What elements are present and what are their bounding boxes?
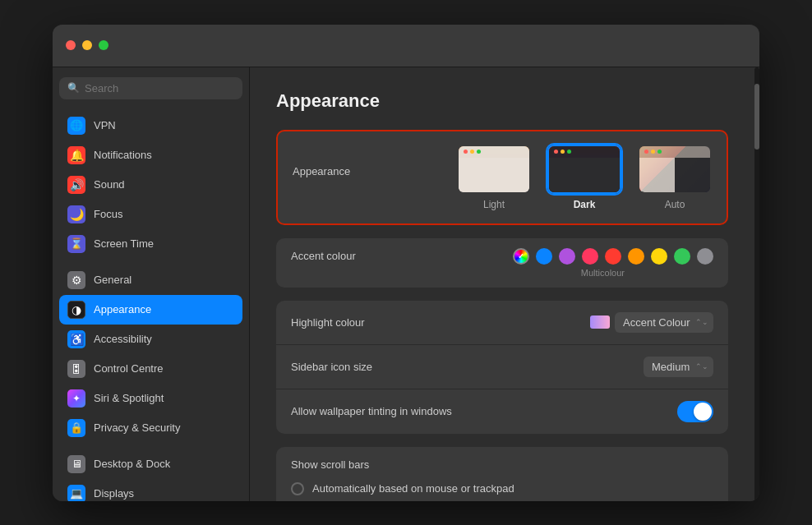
accent-blue[interactable] — [536, 248, 552, 265]
wallpaper-tinting-toggle[interactable] — [677, 401, 713, 422]
light-content-area — [459, 158, 529, 192]
accent-colour-section: Accent colour ✓ — [276, 238, 728, 288]
dot3 — [477, 150, 481, 154]
sidebar-item-desktop-dock[interactable]: 🖥 Desktop & Dock — [59, 449, 242, 479]
thumb-bar-light — [459, 146, 529, 158]
titlebar — [53, 25, 759, 67]
auto-theme-thumb — [638, 145, 712, 194]
appearance-options: Light — [457, 145, 712, 210]
search-input[interactable] — [85, 82, 234, 94]
highlight-colour-select-wrapper[interactable]: Accent Colour — [615, 312, 713, 333]
sound-icon: 🔊 — [67, 176, 85, 194]
highlight-swatch — [590, 315, 610, 329]
highlight-colour-label: Highlight colour — [291, 316, 590, 329]
main-window: 🔍 🌐 VPN 🔔 Notifications 🔊 Sound 🌙 — [53, 25, 759, 501]
sidebar-icon-size-row: Sidebar icon size Medium — [276, 345, 728, 389]
focus-icon: 🌙 — [67, 205, 85, 223]
sidebar-item-focus[interactable]: 🌙 Focus — [59, 200, 242, 229]
dot2 — [561, 150, 565, 154]
sidebar-item-label: Displays — [94, 487, 134, 500]
show-scroll-bars-title: Show scroll bars — [276, 447, 728, 471]
sidebar-icon-size-label: Sidebar icon size — [291, 361, 644, 373]
wallpaper-tinting-control — [677, 401, 713, 422]
sidebar-item-label: Desktop & Dock — [94, 458, 170, 470]
sidebar-item-label: VPN — [94, 119, 116, 131]
dot2 — [651, 150, 655, 154]
scroll-bars-auto-radio[interactable] — [291, 482, 304, 495]
sidebar-item-vpn[interactable]: 🌐 VPN — [59, 111, 242, 140]
scrollbar[interactable] — [754, 67, 759, 501]
accent-multicolor[interactable]: ✓ — [513, 248, 529, 265]
appearance-section-label: Appearance — [293, 165, 457, 177]
accent-green[interactable] — [674, 248, 690, 265]
search-bar[interactable]: 🔍 — [59, 77, 242, 99]
accent-pink[interactable] — [582, 248, 598, 265]
dot1 — [464, 150, 468, 154]
appearance-icon: ◑ — [67, 301, 85, 319]
accent-red[interactable] — [605, 248, 621, 265]
close-button[interactable] — [66, 40, 76, 50]
sidebar-item-control-centre[interactable]: 🎛 Control Centre — [59, 354, 242, 384]
dark-thumb-inner — [549, 146, 620, 192]
page-title: Appearance — [276, 90, 728, 112]
sidebar-item-label: General — [94, 274, 131, 286]
accent-orange[interactable] — [628, 248, 644, 265]
sidebar-item-displays[interactable]: 💻 Displays — [59, 479, 242, 501]
sidebar-item-general[interactable]: ⚙ General — [59, 265, 242, 295]
sidebar-item-privacy[interactable]: 🔒 Privacy & Security — [59, 413, 242, 443]
search-icon: 🔍 — [67, 82, 80, 94]
highlight-colour-select[interactable]: Accent Colour — [615, 312, 713, 333]
control-centre-icon: 🎛 — [67, 360, 85, 378]
sidebar-item-screen-time[interactable]: ⌛ Screen Time — [59, 229, 242, 259]
accent-purple[interactable] — [559, 248, 575, 265]
general-icon: ⚙ — [67, 271, 85, 289]
sidebar-item-notifications[interactable]: 🔔 Notifications — [59, 140, 242, 170]
appearance-option-auto[interactable]: Auto — [638, 145, 712, 210]
dot1 — [644, 150, 648, 154]
notifications-icon: 🔔 — [67, 146, 85, 164]
appearance-item-wrapper: ➤ ◑ Appearance — [59, 295, 242, 325]
dark-label: Dark — [574, 199, 596, 210]
dot3 — [657, 150, 662, 154]
thumb-bar-dark — [549, 146, 620, 158]
accent-yellow[interactable] — [651, 248, 667, 265]
minimize-button[interactable] — [82, 40, 92, 50]
appearance-option-light[interactable]: Light — [457, 145, 531, 210]
scroll-bars-auto-label: Automatically based on mouse or trackpad — [312, 482, 514, 495]
sidebar-item-label: Notifications — [94, 149, 152, 161]
appearance-selector-section: Appearance — [276, 130, 728, 225]
sidebar-item-label: Screen Time — [94, 237, 154, 250]
accent-graphite[interactable] — [697, 248, 713, 265]
screen-time-icon: ⌛ — [67, 235, 85, 253]
accent-colour-label: Accent colour — [291, 250, 513, 262]
highlight-colour-control: Accent Colour — [590, 312, 713, 333]
sidebar-item-siri[interactable]: ✦ Siri & Spotlight — [59, 384, 242, 413]
dark-theme-thumb — [547, 145, 621, 194]
sidebar-icon-size-select-wrapper[interactable]: Medium — [644, 357, 713, 377]
sidebar-icon-size-select[interactable]: Medium — [644, 357, 713, 377]
vpn-icon: 🌐 — [67, 117, 85, 135]
maximize-button[interactable] — [99, 40, 108, 50]
dark-content-area — [549, 158, 620, 192]
appearance-option-dark[interactable]: Dark — [547, 145, 621, 210]
checkmark: ✓ — [518, 252, 524, 260]
sidebar-item-sound[interactable]: 🔊 Sound — [59, 170, 242, 200]
wallpaper-tinting-row: Allow wallpaper tinting in windows — [276, 389, 728, 434]
main-content: Appearance Appearance — [250, 67, 754, 501]
dot2 — [470, 150, 474, 154]
siri-icon: ✦ — [67, 389, 85, 408]
scroll-bars-auto-option[interactable]: Automatically based on mouse or trackpad — [291, 482, 713, 495]
sidebar-item-label: Sound — [94, 178, 125, 191]
scrollbar-thumb[interactable] — [754, 84, 759, 150]
sidebar-item-label: Control Centre — [94, 362, 164, 375]
sidebar-item-accessibility[interactable]: ♿ Accessibility — [59, 325, 242, 354]
accent-colour-dots: ✓ — [513, 248, 713, 265]
light-label: Light — [483, 199, 505, 210]
dot1 — [554, 150, 558, 154]
content-area: 🔍 🌐 VPN 🔔 Notifications 🔊 Sound 🌙 — [53, 67, 759, 501]
sidebar-item-appearance[interactable]: ◑ Appearance — [59, 295, 242, 325]
wallpaper-tinting-label: Allow wallpaper tinting in windows — [291, 405, 677, 417]
scroll-bars-radio-group: Automatically based on mouse or trackpad… — [276, 471, 728, 501]
thumb-bar-auto — [639, 146, 710, 158]
highlight-colour-row: Highlight colour Accent Colour — [276, 301, 728, 345]
